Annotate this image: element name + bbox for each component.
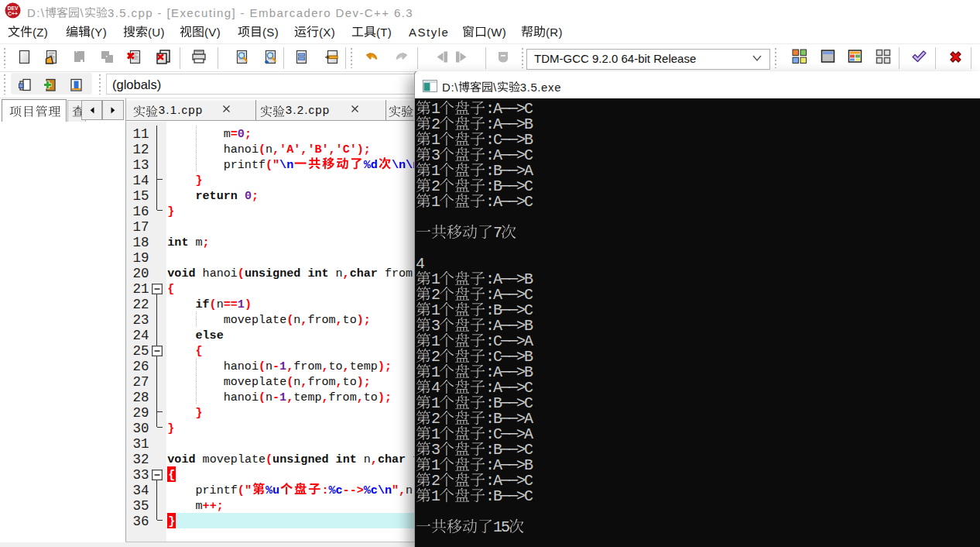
- svg-text:DEV: DEV: [8, 5, 19, 11]
- svg-text:C++: C++: [8, 11, 18, 16]
